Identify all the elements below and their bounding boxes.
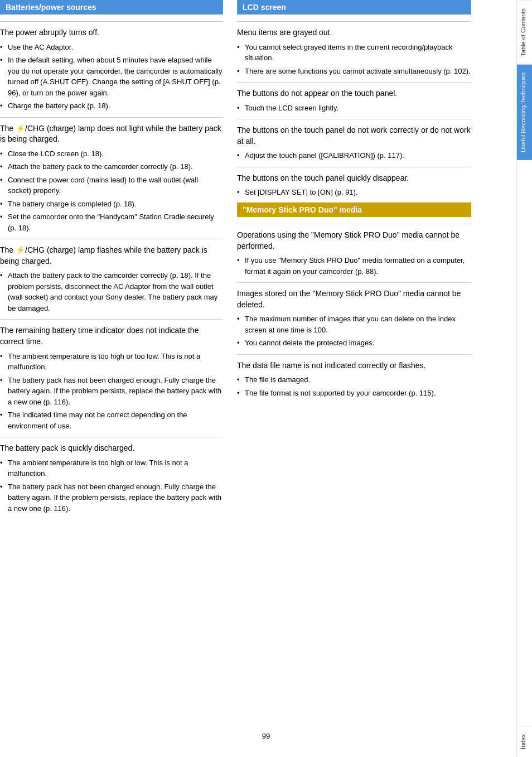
topic-images-not-deleted-title: Images stored on the "Memory Stick PRO D… <box>237 288 471 310</box>
list-item: Attach the battery pack to the camcorder… <box>0 161 223 172</box>
list-item: The file format is not supported by your… <box>237 388 471 399</box>
list-item: If you use "Memory Stick PRO Duo" media … <box>237 255 471 277</box>
topic-buttons-not-work-title: The buttons on the touch panel do not wo… <box>237 125 471 147</box>
page-number: 99 <box>262 726 270 746</box>
topic-battery-discharged-bullets: The ambient temperature is too high or l… <box>0 457 223 514</box>
topic-grayed-out-bullets: You cannot select grayed items in the cu… <box>237 42 471 77</box>
topic-battery-time-bullets: The ambient temperature is too high or t… <box>0 351 223 432</box>
columns-area: Batteries/power sources The power abrupt… <box>0 0 516 757</box>
sidebar-tab-index[interactable]: Index <box>517 726 532 757</box>
list-item: The ambient temperature is too high or l… <box>0 457 223 479</box>
list-item: There are some functions you cannot acti… <box>237 66 471 77</box>
divider-3 <box>0 239 223 239</box>
divider-r2 <box>237 82 471 83</box>
topic-data-file-name-title: The data file name is not indicated corr… <box>237 360 471 372</box>
list-item: Set the camcorder onto the "Handycam" St… <box>0 211 223 233</box>
divider-4 <box>0 319 223 320</box>
topic-images-not-deleted-bullets: The maximum number of images that you ca… <box>237 314 471 349</box>
sidebar-tab-recording[interactable]: Useful Recording Techniques <box>517 64 532 160</box>
topic-battery-time-title: The remaining battery time indicator doe… <box>0 325 223 347</box>
list-item: You cannot delete the protected images. <box>237 337 471 349</box>
topic-chg-flashes-bullets: Attach the battery pack to the camcorder… <box>0 270 223 314</box>
list-item: Adjust the touch panel ([CALIBRATION]) (… <box>237 150 471 161</box>
divider-5 <box>0 437 223 437</box>
sidebar-tabs: Table of Contents Useful Recording Techn… <box>516 0 532 757</box>
batteries-section-header: Batteries/power sources <box>0 0 223 15</box>
content-area: Batteries/power sources The power abrupt… <box>0 0 516 757</box>
lcd-section-header: LCD screen <box>237 0 471 15</box>
list-item: The battery pack has not been charged en… <box>0 375 223 408</box>
right-column: LCD screen Menu items are grayed out. Yo… <box>237 0 471 757</box>
topic-buttons-not-work-bullets: Adjust the touch panel ([CALIBRATION]) (… <box>237 150 471 161</box>
topic-chg-flashes-title: The ⚡/CHG (charge) lamp flashes while th… <box>0 245 223 267</box>
list-item: In the default setting, when about 5 min… <box>0 55 223 98</box>
divider-r7 <box>237 354 471 355</box>
list-item: Attach the battery pack to the camcorder… <box>0 270 223 314</box>
list-item: Close the LCD screen (p. 18). <box>0 148 223 160</box>
topic-power-off-title: The power abruptly turns off. <box>0 27 223 38</box>
topic-power-off-bullets: Use the AC Adaptor. In the default setti… <box>0 42 223 112</box>
topic-chg-lamp-bullets: Close the LCD screen (p. 18). Attach the… <box>0 148 223 234</box>
list-item: The ambient temperature is too high or t… <box>0 351 223 373</box>
list-item: The battery charge is completed (p. 18). <box>0 199 223 210</box>
topic-buttons-disappear-bullets: Set [DISPLAY SET] to [ON] (p. 91). <box>237 187 471 198</box>
topic-buttons-disappear-title: The buttons on the touch panel quickly d… <box>237 173 471 184</box>
divider-r5 <box>237 224 471 224</box>
topic-chg-lamp-title: The ⚡/CHG (charge) lamp does not light w… <box>0 123 223 145</box>
list-item: Use the AC Adaptor. <box>0 42 223 53</box>
divider-r4 <box>237 167 471 167</box>
divider-2 <box>0 117 223 118</box>
list-item: The battery pack has not been charged en… <box>0 481 223 514</box>
list-item: Connect the power cord (mains lead) to t… <box>0 175 223 196</box>
topic-buttons-not-appear-bullets: Touch the LCD screen lightly. <box>237 103 471 114</box>
list-item: The file is damaged. <box>237 374 471 385</box>
divider-r3 <box>237 119 471 119</box>
topic-operations-not-performed-title: Operations using the "Memory Stick PRO D… <box>237 230 471 252</box>
topic-data-file-name-bullets: The file is damaged. The file format is … <box>237 374 471 398</box>
left-column: Batteries/power sources The power abrupt… <box>0 0 223 757</box>
memory-section-header: "Memory Stick PRO Duo" media <box>237 202 471 217</box>
divider-r6 <box>237 282 471 283</box>
topic-battery-discharged-title: The battery pack is quickly discharged. <box>0 443 223 454</box>
topic-buttons-not-appear-title: The buttons do not appear on the touch p… <box>237 88 471 99</box>
page-wrapper: Batteries/power sources The power abrupt… <box>0 0 532 757</box>
topic-grayed-out-title: Menu items are grayed out. <box>237 27 471 38</box>
list-item: Touch the LCD screen lightly. <box>237 103 471 114</box>
topic-operations-not-performed-bullets: If you use "Memory Stick PRO Duo" media … <box>237 255 471 277</box>
list-item: The indicated time may not be correct de… <box>0 409 223 431</box>
list-item: The maximum number of images that you ca… <box>237 314 471 335</box>
list-item: Set [DISPLAY SET] to [ON] (p. 91). <box>237 187 471 198</box>
divider-r1 <box>237 21 471 22</box>
list-item: Charge the battery pack (p. 18). <box>0 100 223 112</box>
list-item: You cannot select grayed items in the cu… <box>237 42 471 64</box>
divider-1 <box>0 21 223 22</box>
sidebar-tab-toc[interactable]: Table of Contents <box>517 0 532 64</box>
